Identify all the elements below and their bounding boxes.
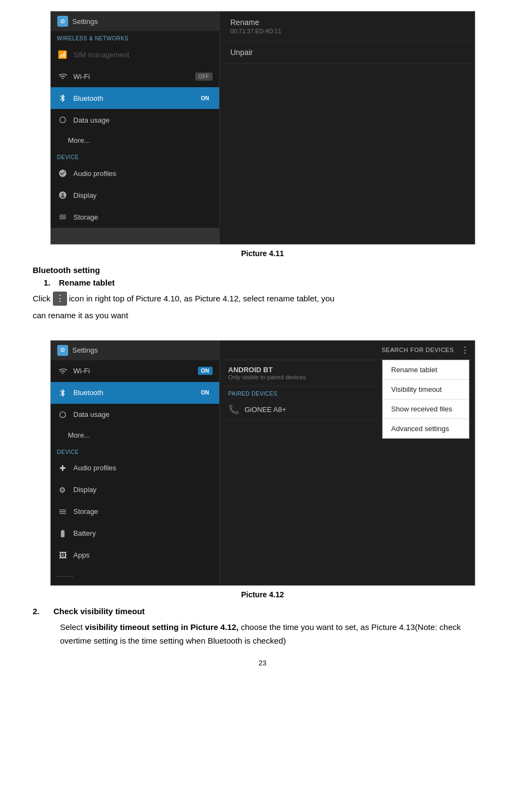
storage2-icon [57,506,68,517]
menu-icon [53,292,67,306]
settings-item-apps2[interactable]: 🖼 Apps [51,544,219,566]
bluetooth2-toggle[interactable]: ON [198,389,213,397]
data-label: Data usage [74,116,213,124]
settings-item-wifi[interactable]: Wi-Fi OFF [51,65,219,87]
unpair-item[interactable]: Unpair [220,41,475,64]
settings-item-audio2[interactable]: ✚ Audio profiles [51,457,219,479]
gionee-name: GiONEE A8+ [245,405,286,414]
settings-item-divider: ------- [51,566,219,585]
settings-item-audio[interactable]: Audio profiles [51,162,219,184]
settings-left-panel-2: ⚙ Settings Wi-Fi ON Bluetooth ON Data us… [51,341,220,585]
bluetooth-toggle[interactable]: ON [198,94,213,102]
audio2-label: Audio profiles [74,464,213,472]
dropdown-visibility-timeout[interactable]: Visibility timeout [383,380,469,399]
bluetooth-setting-heading: Bluetooth setting [33,265,492,275]
display2-label: Display [74,486,213,494]
para-2: Select visibility timeout setting in Pic… [60,620,492,648]
settings-item-display[interactable]: Display [51,184,219,206]
settings-item-sim[interactable]: 📶 SIM management [51,44,219,65]
audio-icon [57,168,68,179]
sim-label: SIM management [74,51,213,59]
data-icon [57,114,68,125]
settings-item-storage2[interactable]: Storage [51,501,219,523]
settings-item-battery2[interactable]: Battery [51,523,219,544]
storage-icon [57,211,68,222]
battery2-icon [57,528,68,539]
bluetooth2-icon [57,387,68,398]
para-1a-text: Click [33,294,51,303]
right-panel-top: SEARCH FOR DEVICES ⋮ [220,341,475,360]
section-label-device: DEVICE [51,150,219,162]
dropdown-show-received[interactable]: Show received files [383,399,469,419]
wifi2-icon [57,366,68,377]
bluetooth-icon [57,93,68,104]
section-label-wireless: WIRELESS & NETWORKS [51,31,219,44]
rename-label: Rename [231,18,464,27]
svg-point-1 [59,411,65,417]
settings-header-1: ⚙ Settings [51,11,219,31]
numbered-item-1-container: 1. Rename tablet [44,278,492,287]
rename-item[interactable]: Rename 00:71:37:ED:4D:11 [220,11,475,41]
display-icon [57,190,68,201]
unpair-label: Unpair [231,48,464,57]
item-number-2: 2. [33,607,49,616]
svg-point-0 [59,117,65,123]
dropdown-advanced[interactable]: Advanced settings [383,419,469,438]
apps2-label: Apps [74,551,213,559]
more2-label: More... [68,431,213,439]
display-label: Display [74,191,213,199]
storage-label: Storage [74,213,213,221]
caption-1: Picture 4.11 [33,249,492,258]
more-label: More... [68,136,213,144]
caption-2: Picture 4.12 [33,590,492,599]
settings-right-panel-1: Rename 00:71:37:ED:4D:11 Unpair [220,11,475,244]
wifi-toggle[interactable]: OFF [195,72,213,81]
bluetooth-label: Bluetooth [74,94,192,102]
wifi-label: Wi-Fi [74,72,190,81]
gionee-icon: 📞 [228,404,239,415]
check-vis-heading: Check visibility timeout [53,607,145,616]
divider-label: ------- [57,572,213,580]
para-1b-text: icon in right top of Picture 4.10, as Pi… [69,294,335,303]
settings-item-display2[interactable]: ⚙ Display [51,479,219,501]
settings-title-1: Settings [73,17,98,26]
battery2-label: Battery [74,529,213,537]
wifi2-toggle[interactable]: ON [198,367,213,375]
rename-tablet-label: Rename tablet [59,278,115,287]
dropdown-rename-tablet[interactable]: Rename tablet [383,360,469,380]
settings-item-data[interactable]: Data usage [51,109,219,131]
screenshot-1: ⚙ Settings WIRELESS & NETWORKS 📶 SIM man… [50,11,475,245]
settings-item-data2[interactable]: Data usage [51,404,219,426]
para2-bold: visibility timeout setting in Picture 4.… [85,622,239,632]
dropdown-menu: Rename tablet Visibility timeout Show re… [382,360,469,439]
section-label-device2: DEVICE [51,445,219,457]
sim-icon: 📶 [57,49,68,60]
check-vis-container: 2. Check visibility timeout [33,607,492,616]
settings-right-panel-2: SEARCH FOR DEVICES ⋮ ANDROID BT Only vis… [220,341,475,585]
wifi2-label: Wi-Fi [74,367,192,375]
wifi-icon [57,71,68,82]
audio-label: Audio profiles [74,169,213,178]
item-number-1: 1. [44,278,55,287]
data2-icon [57,409,68,420]
settings-item-more2[interactable]: More... [51,426,219,445]
settings-header-2: ⚙ Settings [51,341,219,360]
three-dot-menu[interactable]: ⋮ [461,345,469,355]
audio2-icon: ✚ [57,463,68,474]
data2-label: Data usage [74,410,213,419]
settings-icon-2: ⚙ [57,345,68,356]
apps2-icon: 🖼 [57,550,68,561]
storage2-label: Storage [74,507,213,516]
settings-item-bluetooth[interactable]: Bluetooth ON [51,87,219,109]
para-1a: Clickicon in right top of Picture 4.10, … [33,292,492,306]
search-devices-btn[interactable]: SEARCH FOR DEVICES [382,347,454,353]
settings-item-bluetooth2[interactable]: Bluetooth ON [51,382,219,404]
settings-item-more[interactable]: More... [51,131,219,150]
settings-item-wifi2[interactable]: Wi-Fi ON [51,360,219,382]
settings-icon-1: ⚙ [57,16,68,27]
screenshot-2: ⚙ Settings Wi-Fi ON Bluetooth ON Data us… [50,340,475,586]
settings-item-storage[interactable]: Storage [51,206,219,228]
rename-sub: 00:71:37:ED:4D:11 [231,28,464,34]
page-number: 23 [33,659,492,667]
bluetooth2-label: Bluetooth [74,389,192,397]
